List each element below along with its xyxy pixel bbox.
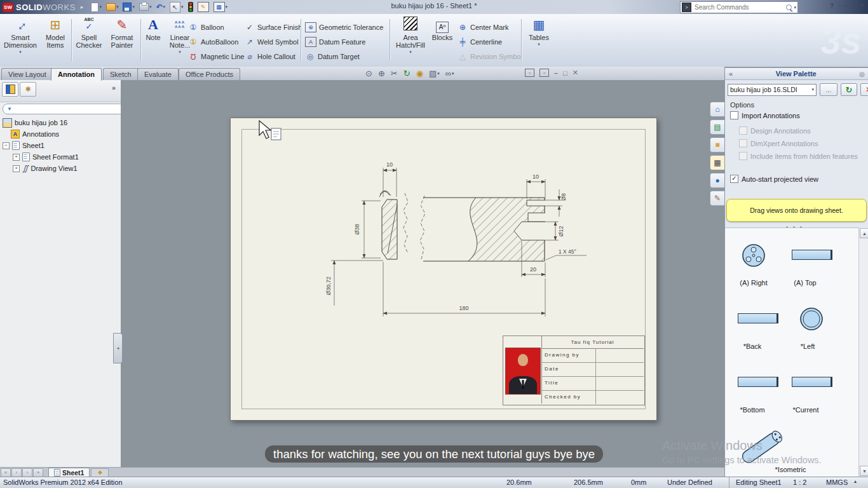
rebuild-button[interactable] [187,1,194,13]
view-label-isometric[interactable]: *Isometric [775,466,806,473]
geometric-tolerance-button[interactable]: ⊕Geometric Tolerance [305,20,383,34]
tree-filter-box[interactable]: ▼ [3,104,126,114]
panel-edge-tab[interactable]: ◂ [113,333,123,363]
view-palette-icon[interactable]: ▦ [710,155,724,170]
refresh-button[interactable]: ↻ [841,83,857,96]
palette-scrollbar[interactable]: ▲ ▼ [858,227,868,477]
print-button[interactable]: ▾ [138,3,153,11]
tab-view-layout[interactable]: View Layout [1,68,53,80]
magnetic-line-button[interactable]: ΩMagnetic Line [188,49,245,64]
scroll-down-icon[interactable]: ▼ [860,466,868,476]
view-label-right[interactable]: (A) Right [740,279,767,287]
rotate-view-icon[interactable]: ↻ [403,69,410,78]
view-settings-icon[interactable]: ◉ [416,69,423,78]
view-label-current[interactable]: *Current [793,406,819,414]
title-block-value[interactable] [596,390,644,404]
pin-icon[interactable]: ◎ [859,71,865,78]
appearances-icon[interactable]: ● [710,173,724,188]
add-sheet-tab[interactable]: ❖ [91,468,109,477]
zoom-fit-icon[interactable]: ⊙ [365,69,372,78]
dim-step-length[interactable]: 10 [532,173,539,180]
drawing-sheet[interactable]: 10 Ø38 Ø30,72 10 Ø8 [230,118,657,421]
design-library-icon[interactable]: ▤ [710,119,724,135]
datum-target-button[interactable]: ◎Datum Target [305,49,383,64]
hole-callout-button[interactable]: ⌀Hole Callout [245,49,302,64]
close-button[interactable]: ✕ [860,1,865,10]
property-manager-tab[interactable]: ✱ [20,82,36,97]
resources-home-icon[interactable]: ⌂ [710,102,724,117]
model-items-button[interactable]: ⊞ Model Items [41,17,70,64]
tab-evaluate[interactable]: Evaluate [137,68,179,80]
dim-body-dia[interactable]: Ø30,72 [325,276,332,295]
checkbox-import-annotations[interactable]: Import Annotations [730,111,800,119]
trim-view-icon[interactable]: ✂ [391,69,398,78]
tree-root-item[interactable]: buku hijau job 16 [3,117,118,128]
blocks-button[interactable]: Aº Blocks [430,17,455,64]
spell-checker-button[interactable]: ABC✓ Spell Checker [74,17,104,64]
view-label-top[interactable]: (A) Top [794,279,816,287]
view-thumb-isometric[interactable] [734,424,792,471]
view-thumb-top[interactable] [792,250,832,260]
smart-dimension-button[interactable]: ↔ Smart Dimension ▾ [1,17,39,64]
hide-show-items-icon[interactable]: ∞▾ [445,69,454,78]
view-label-back[interactable]: *Back [743,342,762,350]
clear-button[interactable]: ✕ [860,83,868,96]
browse-button[interactable]: ... [820,83,837,96]
note-button[interactable]: A Note [142,17,164,64]
new-document-button[interactable]: ▾ [90,2,103,13]
checkbox-auto-start-projected[interactable]: ✓ Auto-start projected view [730,175,818,183]
search-commands-box[interactable]: > ▾ [680,1,798,13]
options-button[interactable]: ▦▾ [212,1,229,13]
tree-item-sheet1[interactable]: − Sheet1 [3,140,118,151]
graphics-area[interactable]: 10 Ø38 Ø30,72 10 Ø8 [121,80,724,467]
view-thumb-right[interactable] [740,242,767,270]
balloon-button[interactable]: ①Balloon [188,20,245,34]
checkbox-box[interactable] [730,111,738,119]
units-dropdown-icon[interactable]: ▴ [854,478,857,484]
dim-bore-depth[interactable]: 20 [530,266,536,273]
center-mark-button[interactable]: ⊕Center Mark [458,20,522,34]
search-icon[interactable] [786,4,792,10]
search-input[interactable] [693,3,784,11]
expand-expander-icon[interactable]: + [13,154,20,161]
area-hatch-dropdown-icon[interactable]: ▾ [394,50,427,55]
dim-cap-width[interactable]: 10 [386,161,393,168]
tree-item-sheet-format1[interactable]: + Sheet Format1 [13,151,118,163]
centerline-button[interactable]: ╪Centerline [458,34,522,49]
sheet1-tab[interactable]: Sheet1 [48,468,90,477]
tab-office-products[interactable]: Office Products [179,68,240,80]
collapse-expander-icon[interactable]: − [3,142,10,149]
expand-expander-icon[interactable]: + [13,165,20,172]
tables-button[interactable]: ▦ Tables ▾ [525,17,553,64]
doc-prev-icon[interactable]: ▫ [525,69,534,77]
tab-sketch[interactable]: Sketch [103,68,139,80]
last-sheet-button[interactable]: » [33,468,43,477]
tab-annotation[interactable]: Annotation [51,68,102,81]
title-block-value[interactable] [596,376,644,390]
open-button[interactable]: ▾ [105,3,120,11]
tree-item-annotations[interactable]: A Annotations [11,128,118,140]
datum-feature-button[interactable]: ADatum Feature [305,34,383,49]
menu-flyout-icon[interactable]: ▸ [81,4,84,10]
restore-button[interactable]: □ [851,2,856,10]
title-block[interactable]: Tau fiq Tutorial Drawing by Date Title C… [503,336,645,405]
smart-dimension-dropdown-icon[interactable]: ▾ [1,50,39,55]
dim-overall-length[interactable]: 180 [459,305,468,311]
zoom-area-icon[interactable]: ⊕ [378,69,385,78]
format-painter-button[interactable]: ✎ Format Painter [105,17,139,64]
view-thumb-back[interactable] [738,313,778,323]
view-thumb-current[interactable] [792,377,832,387]
file-explorer-icon[interactable]: ■ [710,137,724,152]
doc-next-icon[interactable]: ▫ [539,69,549,77]
undo-button[interactable]: ↶▾ [154,2,166,12]
select-button[interactable]: ↖▾ [168,1,185,13]
scroll-up-icon[interactable]: ▲ [860,228,868,238]
view-thumb-left[interactable] [798,306,825,334]
panel-expand-icon[interactable]: » [112,84,116,92]
doc-restore-icon[interactable]: □ [563,69,567,77]
feature-tree-tab[interactable] [2,82,18,97]
dim-bore-dia[interactable]: Ø12 [558,226,564,236]
status-units[interactable]: MMGS [826,478,848,486]
next-sheet-button[interactable]: › [22,468,32,477]
dim-cap-dia[interactable]: Ø38 [354,224,360,234]
